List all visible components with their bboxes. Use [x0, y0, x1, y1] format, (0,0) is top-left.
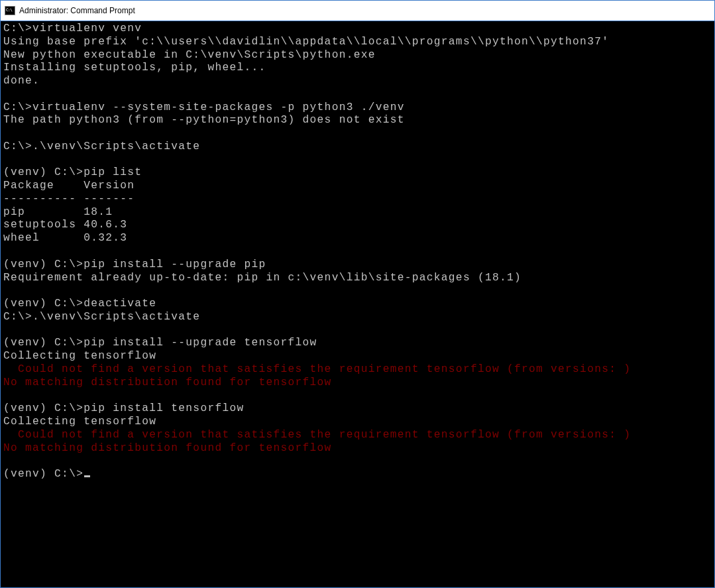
prompt-text: (venv) C:\>: [3, 468, 83, 480]
terminal-line: C:\>.\venv\Scripts\activate: [3, 141, 712, 154]
terminal-line: [3, 245, 712, 259]
terminal-line: Requirement already up-to-date: pip in c…: [3, 272, 712, 285]
terminal-line: [3, 154, 712, 167]
window-title: Administrator: Command Prompt: [19, 6, 135, 15]
terminal-line: C:\>virtualenv --system-site-packages -p…: [3, 101, 712, 115]
terminal-line: [3, 88, 712, 101]
terminal-line: [3, 389, 712, 402]
terminal-line: New python executable in C:\venv\Scripts…: [3, 49, 712, 62]
terminal-line: Package Version: [3, 180, 712, 193]
terminal-line: (venv) C:\>pip install --upgrade pip: [3, 259, 712, 272]
terminal-line: Collecting tensorflow: [3, 350, 712, 363]
terminal-line: wheel 0.32.3: [3, 232, 712, 245]
terminal-line: done.: [3, 75, 712, 88]
terminal-line: No matching distribution found for tenso…: [3, 442, 712, 455]
terminal-line: ---------- -------: [3, 193, 712, 206]
terminal-line: Could not find a version that satisfies …: [3, 363, 712, 377]
cursor: [84, 475, 90, 477]
command-prompt-icon: [5, 6, 15, 15]
terminal-line: No matching distribution found for tenso…: [3, 377, 712, 390]
terminal-line: [3, 455, 712, 468]
terminal-line: [3, 127, 712, 141]
terminal-line: (venv) C:\>pip install --upgrade tensorf…: [3, 337, 712, 350]
terminal-output-area[interactable]: C:\>virtualenv venvUsing base prefix 'c:…: [1, 21, 714, 587]
terminal-line: [3, 284, 712, 298]
terminal-line: [3, 324, 712, 337]
terminal-line: Using base prefix 'c:\\users\\davidlin\\…: [3, 36, 712, 49]
terminal-line: Installing setuptools, pip, wheel...: [3, 62, 712, 75]
terminal-line: Collecting tensorflow: [3, 416, 712, 429]
terminal-line: (venv) C:\>pip list: [3, 166, 712, 180]
command-prompt-window: Administrator: Command Prompt C:\>virtua…: [0, 0, 715, 588]
terminal-line: C:\>.\venv\Scripts\activate: [3, 311, 712, 324]
terminal-line: Could not find a version that satisfies …: [3, 429, 712, 442]
terminal-line: (venv) C:\>pip install tensorflow: [3, 402, 712, 416]
terminal-line: The path python3 (from --python=python3)…: [3, 114, 712, 127]
title-bar[interactable]: Administrator: Command Prompt: [1, 1, 714, 21]
terminal-line: setuptools 40.6.3: [3, 219, 712, 232]
terminal-prompt[interactable]: (venv) C:\>: [3, 468, 712, 481]
terminal-line: C:\>virtualenv venv: [3, 23, 712, 36]
terminal-line: pip 18.1: [3, 206, 712, 219]
terminal-line: (venv) C:\>deactivate: [3, 298, 712, 311]
